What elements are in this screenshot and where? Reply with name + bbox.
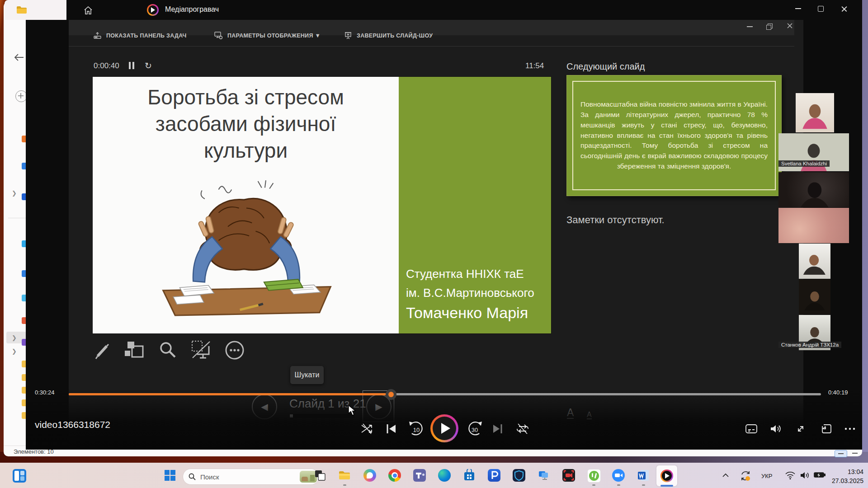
slideshow-timer: 0:00:40 xyxy=(94,61,119,70)
slide-author-block: Студентка ННІХК таЕ ім. В.С.Мартиновсько… xyxy=(406,267,534,322)
slide-title: Боротьба зі стресом засобами фізичної ку… xyxy=(93,84,399,164)
restart-timer-icon[interactable]: ↻ xyxy=(145,61,152,71)
end-slideshow-button[interactable]: ЗАВЕРШИТЬ СЛАЙД-ШОУ xyxy=(344,32,433,40)
file-explorer-icon[interactable] xyxy=(338,469,351,482)
participant-video xyxy=(799,279,830,314)
start-button[interactable] xyxy=(164,469,176,482)
active-indicator xyxy=(660,485,673,487)
tray-chevron-icon[interactable] xyxy=(722,472,734,484)
taskbar-search[interactable]: Поиск xyxy=(183,469,319,485)
inner-close-icon xyxy=(787,23,793,29)
play-button[interactable] xyxy=(430,414,458,442)
see-all-slides-button[interactable] xyxy=(124,340,145,362)
utorrent-icon[interactable] xyxy=(587,469,601,483)
seek-bar[interactable] xyxy=(69,393,821,395)
teams-icon[interactable] xyxy=(413,469,426,482)
microsoft-store-icon[interactable] xyxy=(463,469,476,482)
view-toggle-details-button[interactable] xyxy=(849,450,861,456)
seek-handle[interactable] xyxy=(386,389,396,400)
sidebar-divider xyxy=(8,218,28,218)
participant-video xyxy=(778,172,849,207)
taskbar-clock[interactable]: 13:04 27.03.2025 xyxy=(826,467,863,486)
media-player-taskbar-active[interactable] xyxy=(656,465,677,486)
display-options-button[interactable]: ПАРАМЕТРЫ ОТОБРАЖЕНИЯ ▼ xyxy=(214,32,321,40)
more-options-button[interactable] xyxy=(224,340,245,362)
chrome-icon[interactable] xyxy=(388,469,401,482)
word-icon[interactable] xyxy=(637,469,650,482)
shuffle-off-button[interactable] xyxy=(359,421,375,436)
subtitles-button[interactable] xyxy=(744,421,759,436)
show-taskbar-button[interactable]: ПОКАЗАТЬ ПАНЕЛЬ ЗАДАЧ xyxy=(94,32,187,40)
current-slide: Боротьба зі стресом засобами фізичної ку… xyxy=(93,77,551,333)
task-view-icon[interactable] xyxy=(314,469,326,482)
participant-video xyxy=(799,244,830,279)
close-button[interactable] xyxy=(835,1,853,16)
taskbar-icon xyxy=(94,32,102,40)
rewind-10-button[interactable]: 10 xyxy=(407,419,426,438)
slide-side-panel: Студентка ННІХК таЕ ім. В.С.Мартиновсько… xyxy=(399,77,551,333)
author-line: Студентка ННІХК таЕ xyxy=(406,267,534,281)
running-indicator xyxy=(617,484,620,486)
wifi-icon[interactable] xyxy=(785,471,797,483)
media-player-window: Медіапрогравач ПОКАЗАТЬ ПАНЕЛЬ ЗАДАЧ ПАР… xyxy=(26,0,862,450)
next-slide-header: Следующий слайд xyxy=(566,61,645,72)
running-indicator xyxy=(592,484,595,486)
current-time-clock: 11:54 xyxy=(525,61,544,70)
svg-text:10: 10 xyxy=(413,427,420,433)
home-button[interactable] xyxy=(80,4,96,17)
back-arrow-icon[interactable] xyxy=(14,52,24,64)
fullscreen-button[interactable] xyxy=(793,421,808,436)
taskbar xyxy=(0,463,868,488)
widgets-icon[interactable] xyxy=(13,469,26,483)
copilot-icon[interactable] xyxy=(363,469,376,482)
tree-expand-chevron[interactable]: ❯ xyxy=(12,190,17,197)
folder-icon xyxy=(16,5,27,14)
participant-video xyxy=(778,208,849,243)
screen-recorder-icon[interactable] xyxy=(562,469,575,482)
black-screen-button[interactable] xyxy=(191,340,212,362)
zoom-icon[interactable] xyxy=(612,469,625,482)
volume-button[interactable] xyxy=(768,421,783,436)
participant-video xyxy=(796,93,834,132)
inner-minimize-icon xyxy=(747,26,753,27)
forward-30-button[interactable]: 30 xyxy=(465,419,484,438)
running-indicator xyxy=(642,484,645,486)
p-app-icon[interactable] xyxy=(488,469,500,482)
next-slide-thumbnail[interactable]: Повномасштабна війна повністю змінила жи… xyxy=(566,75,782,196)
pause-timer-button[interactable] xyxy=(129,62,135,69)
next-slide-text: Повномасштабна війна повністю змінила жи… xyxy=(573,95,775,176)
maximize-button[interactable] xyxy=(811,1,830,16)
tree-expand-chevron[interactable]: ❯ xyxy=(12,348,17,355)
mini-player-button[interactable] xyxy=(818,421,833,436)
battery-icon[interactable] xyxy=(814,472,826,484)
view-toggle-list-button[interactable] xyxy=(835,450,847,457)
more-menu-button[interactable] xyxy=(842,421,858,436)
total-duration: 0:40:19 xyxy=(828,389,848,396)
video-title: video1366318672 xyxy=(35,419,110,430)
pen-tool-button[interactable] xyxy=(92,341,112,362)
explorer-tab[interactable] xyxy=(5,0,66,20)
window-title: Медіапрогравач xyxy=(165,5,219,14)
svg-text:30: 30 xyxy=(472,427,478,433)
stressed-person-illustration xyxy=(149,169,344,325)
participant-name: Svetlana Khalaidzhi xyxy=(778,160,830,167)
remote-screen-app-icon[interactable] xyxy=(538,469,550,482)
shield-app-icon[interactable] xyxy=(513,469,525,482)
elapsed-time: 0:30:24 xyxy=(35,389,54,396)
tree-expand-chevron[interactable]: ❯ xyxy=(12,334,17,341)
repeat-off-button[interactable] xyxy=(515,421,530,436)
display-settings-icon xyxy=(214,32,223,40)
edge-icon[interactable] xyxy=(438,469,451,482)
date: 27.03.2025 xyxy=(826,476,863,485)
speaker-icon[interactable] xyxy=(799,471,812,483)
sync-update-icon[interactable] xyxy=(740,470,752,483)
search-icon xyxy=(189,473,196,480)
mouse-cursor xyxy=(348,405,358,417)
zoom-slide-button[interactable] xyxy=(158,341,177,361)
language-indicator[interactable]: УКР xyxy=(761,473,773,479)
video-frame-presenter-view: ПОКАЗАТЬ ПАНЕЛЬ ЗАДАЧ ПАРАМЕТРЫ ОТОБРАЖЕ… xyxy=(69,20,803,447)
next-track-button[interactable] xyxy=(490,421,505,436)
time: 13:04 xyxy=(826,467,863,476)
minimize-button[interactable] xyxy=(789,1,807,16)
previous-track-button[interactable] xyxy=(384,421,399,436)
